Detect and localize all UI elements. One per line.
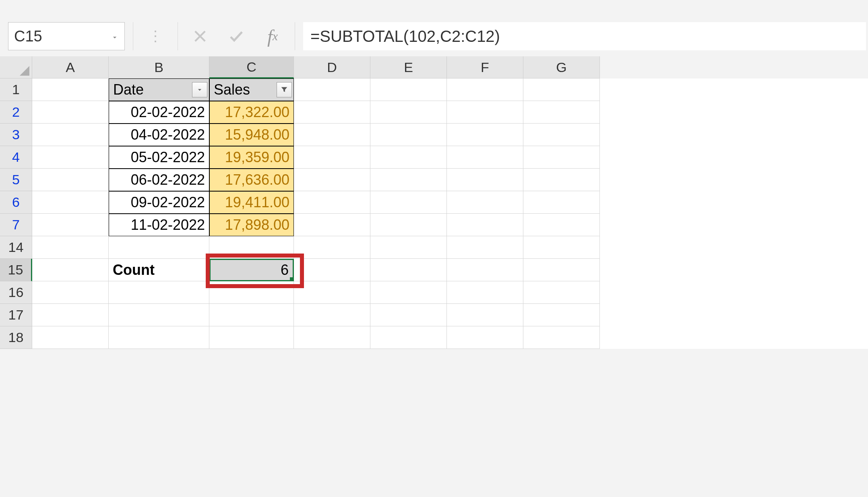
col-head-G[interactable]: G (523, 56, 600, 78)
cell-A1[interactable] (32, 78, 109, 101)
cell-G2[interactable] (523, 101, 600, 124)
cell-E17[interactable] (370, 304, 447, 326)
row-head-5[interactable]: 5 (0, 169, 32, 191)
more-icon[interactable]: ⋮ (141, 22, 169, 50)
row-head-14[interactable]: 14 (0, 236, 32, 259)
cell-G14[interactable] (523, 236, 600, 259)
cell-E6[interactable] (370, 191, 447, 214)
cell-D3[interactable] (294, 124, 370, 146)
cell-D7[interactable] (294, 214, 370, 236)
cell-G18[interactable] (523, 326, 600, 349)
cell-F16[interactable] (447, 281, 523, 304)
cell-G1[interactable] (523, 78, 600, 101)
cell-G6[interactable] (523, 191, 600, 214)
cell-G17[interactable] (523, 304, 600, 326)
cell-A14[interactable] (32, 236, 109, 259)
cell-E1[interactable] (370, 78, 447, 101)
formula-input[interactable]: =SUBTOTAL(102,C2:C12) (303, 22, 866, 50)
row-head-3[interactable]: 3 (0, 124, 32, 146)
cell-F4[interactable] (447, 146, 523, 169)
cell-E3[interactable] (370, 124, 447, 146)
cell-A4[interactable] (32, 146, 109, 169)
cell-F2[interactable] (447, 101, 523, 124)
cell-E18[interactable] (370, 326, 447, 349)
cell-A5[interactable] (32, 169, 109, 191)
row-head-2[interactable]: 2 (0, 101, 32, 124)
cell-B2[interactable]: 02-02-2022 (109, 101, 209, 124)
cell-D5[interactable] (294, 169, 370, 191)
cell-C16[interactable] (209, 281, 294, 304)
cell-B14[interactable] (109, 236, 209, 259)
cell-G3[interactable] (523, 124, 600, 146)
cell-A7[interactable] (32, 214, 109, 236)
cell-F17[interactable] (447, 304, 523, 326)
row-head-18[interactable]: 18 (0, 326, 32, 349)
col-head-C[interactable]: C (209, 56, 294, 78)
name-box[interactable]: C15 (8, 22, 125, 50)
cell-G5[interactable] (523, 169, 600, 191)
row-head-4[interactable]: 4 (0, 146, 32, 169)
col-head-D[interactable]: D (294, 56, 370, 78)
cell-F5[interactable] (447, 169, 523, 191)
cell-G4[interactable] (523, 146, 600, 169)
cell-D14[interactable] (294, 236, 370, 259)
cell-B5[interactable]: 06-02-2022 (109, 169, 209, 191)
cell-C18[interactable] (209, 326, 294, 349)
cell-A18[interactable] (32, 326, 109, 349)
col-head-F[interactable]: F (447, 56, 523, 78)
cell-F3[interactable] (447, 124, 523, 146)
cell-E14[interactable] (370, 236, 447, 259)
row-head-16[interactable]: 16 (0, 281, 32, 304)
cell-E4[interactable] (370, 146, 447, 169)
cell-A2[interactable] (32, 101, 109, 124)
cell-D1[interactable] (294, 78, 370, 101)
cell-B4[interactable]: 05-02-2022 (109, 146, 209, 169)
cell-A17[interactable] (32, 304, 109, 326)
cell-B16[interactable] (109, 281, 209, 304)
cell-B18[interactable] (109, 326, 209, 349)
cell-B7[interactable]: 11-02-2022 (109, 214, 209, 236)
fx-icon[interactable]: fx (258, 22, 287, 50)
cell-A3[interactable] (32, 124, 109, 146)
row-head-7[interactable]: 7 (0, 214, 32, 236)
filter-active-button-sales[interactable] (277, 82, 292, 97)
enter-icon[interactable] (222, 22, 250, 50)
cell-F6[interactable] (447, 191, 523, 214)
cell-B6[interactable]: 09-02-2022 (109, 191, 209, 214)
cell-G15[interactable] (523, 259, 600, 281)
chevron-down-icon[interactable] (111, 28, 119, 45)
cell-B1-date-header[interactable]: Date (109, 78, 209, 101)
cell-E15[interactable] (370, 259, 447, 281)
cell-F18[interactable] (447, 326, 523, 349)
filter-button-date[interactable] (192, 82, 207, 97)
cell-A15[interactable] (32, 259, 109, 281)
cell-F1[interactable] (447, 78, 523, 101)
cell-C5[interactable]: 17,636.00 (209, 169, 294, 191)
cell-E16[interactable] (370, 281, 447, 304)
col-head-A[interactable]: A (32, 56, 109, 78)
cell-B15-count-label[interactable]: Count (109, 259, 209, 281)
row-head-15[interactable]: 15 (0, 259, 32, 281)
cell-F14[interactable] (447, 236, 523, 259)
cell-D16[interactable] (294, 281, 370, 304)
cell-D18[interactable] (294, 326, 370, 349)
cell-D15[interactable] (294, 259, 370, 281)
cell-C7[interactable]: 17,898.00 (209, 214, 294, 236)
cell-C14[interactable] (209, 236, 294, 259)
cell-F15[interactable] (447, 259, 523, 281)
col-head-E[interactable]: E (370, 56, 447, 78)
cell-E5[interactable] (370, 169, 447, 191)
cell-C4[interactable]: 19,359.00 (209, 146, 294, 169)
cell-C17[interactable] (209, 304, 294, 326)
select-all-corner[interactable] (0, 56, 32, 78)
cell-C1-sales-header[interactable]: Sales (209, 78, 294, 101)
cell-C6[interactable]: 19,411.00 (209, 191, 294, 214)
cancel-icon[interactable] (186, 22, 214, 50)
cell-D2[interactable] (294, 101, 370, 124)
cell-A6[interactable] (32, 191, 109, 214)
col-head-B[interactable]: B (109, 56, 209, 78)
cell-C3[interactable]: 15,948.00 (209, 124, 294, 146)
cell-B3[interactable]: 04-02-2022 (109, 124, 209, 146)
cell-G7[interactable] (523, 214, 600, 236)
cell-C2[interactable]: 17,322.00 (209, 101, 294, 124)
